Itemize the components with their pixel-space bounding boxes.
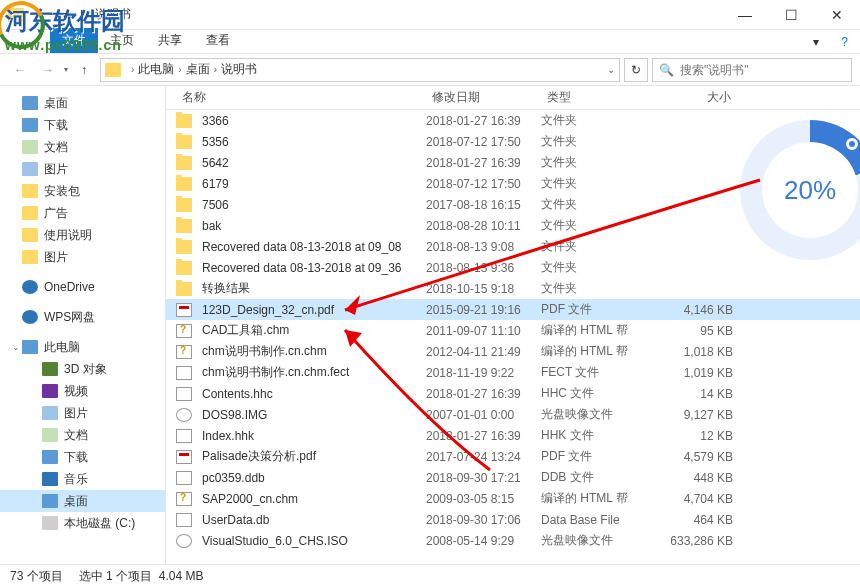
- tree-item[interactable]: 下载: [0, 114, 165, 136]
- doc-icon: [22, 140, 38, 154]
- back-button[interactable]: ←: [8, 58, 32, 82]
- file-date: 2018-07-12 17:50: [426, 177, 541, 191]
- file-name: pc0359.ddb: [202, 471, 426, 485]
- file-date: 2018-09-30 17:21: [426, 471, 541, 485]
- file-size: 95 KB: [651, 324, 753, 338]
- tree-label: 此电脑: [44, 339, 80, 356]
- file-row[interactable]: UserData.db2018-09-30 17:06Data Base Fil…: [166, 509, 860, 530]
- tree-item[interactable]: 图片: [0, 158, 165, 180]
- tree-item[interactable]: 音乐: [0, 468, 165, 490]
- ribbon-tab-view[interactable]: 查看: [194, 28, 242, 53]
- file-name: SAP2000_cn.chm: [202, 492, 426, 506]
- file-row[interactable]: SAP2000_cn.chm2009-03-05 8:15编译的 HTML 帮4…: [166, 488, 860, 509]
- file-size: 1,018 KB: [651, 345, 753, 359]
- file-type: 文件夹: [541, 154, 651, 171]
- chevron-right-icon[interactable]: ›: [131, 64, 134, 75]
- file-date: 2008-05-14 9:29: [426, 534, 541, 548]
- file-type: PDF 文件: [541, 448, 651, 465]
- file-type: FECT 文件: [541, 364, 651, 381]
- expand-icon[interactable]: ⌄: [12, 342, 22, 352]
- file-row[interactable]: pc0359.ddb2018-09-30 17:21DDB 文件448 KB: [166, 467, 860, 488]
- tree-item[interactable]: 文档: [0, 424, 165, 446]
- file-row[interactable]: Index.hhk2018-01-27 16:39HHK 文件12 KB: [166, 425, 860, 446]
- tree-item[interactable]: 使用说明: [0, 224, 165, 246]
- folder-icon: [176, 156, 192, 170]
- tree-label: 广告: [44, 205, 68, 222]
- tree-item[interactable]: 图片: [0, 246, 165, 268]
- up-button[interactable]: ↑: [72, 58, 96, 82]
- tree-item[interactable]: 桌面: [0, 490, 165, 512]
- tree-item[interactable]: ⌄此电脑: [0, 336, 165, 358]
- chm-icon: [176, 492, 192, 506]
- forward-button[interactable]: →: [36, 58, 60, 82]
- pdf-icon: [176, 450, 192, 464]
- file-date: 2012-04-11 21:49: [426, 345, 541, 359]
- tree-label: 安装包: [44, 183, 80, 200]
- file-row[interactable]: chm说明书制作.cn.chm.fect2018-11-19 9:22FECT …: [166, 362, 860, 383]
- search-input[interactable]: [680, 63, 845, 77]
- column-headers: 名称 修改日期 类型 大小: [166, 86, 860, 110]
- column-size[interactable]: 大小: [651, 89, 751, 106]
- breadcrumb-item[interactable]: 桌面: [186, 61, 210, 78]
- breadcrumb-root[interactable]: 此电脑: [138, 61, 174, 78]
- pic-icon: [22, 162, 38, 176]
- file-date: 2011-09-07 11:10: [426, 324, 541, 338]
- navigation-pane[interactable]: 桌面下载文档图片安装包广告使用说明图片OneDriveWPS网盘⌄此电脑3D 对…: [0, 86, 166, 564]
- file-row[interactable]: Palisade决策分析.pdf2017-07-24 13:24PDF 文件4,…: [166, 446, 860, 467]
- desktop-icon: [42, 494, 58, 508]
- tree-item[interactable]: 广告: [0, 202, 165, 224]
- file-row[interactable]: CAD工具箱.chm2011-09-07 11:10编译的 HTML 帮95 K…: [166, 320, 860, 341]
- tree-item[interactable]: 文档: [0, 136, 165, 158]
- tree-item[interactable]: 下载: [0, 446, 165, 468]
- refresh-button[interactable]: ↻: [624, 58, 648, 82]
- chevron-right-icon[interactable]: ›: [178, 64, 181, 75]
- history-dropdown-icon[interactable]: ▾: [64, 65, 68, 74]
- obj3d-icon: [42, 362, 58, 376]
- file-date: 2018-08-13 9:36: [426, 261, 541, 275]
- tree-item[interactable]: 3D 对象: [0, 358, 165, 380]
- tree-label: 下载: [44, 117, 68, 134]
- minimize-button[interactable]: —: [722, 0, 768, 30]
- iso-icon: [176, 408, 192, 422]
- tree-item[interactable]: 桌面: [0, 92, 165, 114]
- address-dropdown-icon[interactable]: ⌄: [607, 64, 615, 75]
- file-row[interactable]: VisualStudio_6.0_CHS.ISO2008-05-14 9:29光…: [166, 530, 860, 551]
- ribbon-tab-share[interactable]: 共享: [146, 28, 194, 53]
- tree-label: 下载: [64, 449, 88, 466]
- chevron-right-icon[interactable]: ›: [214, 64, 217, 75]
- tree-item[interactable]: 本地磁盘 (C:): [0, 512, 165, 534]
- file-row[interactable]: Contents.hhc2018-01-27 16:39HHC 文件14 KB: [166, 383, 860, 404]
- close-button[interactable]: ✕: [814, 0, 860, 30]
- tree-item[interactable]: 安装包: [0, 180, 165, 202]
- tree-item[interactable]: OneDrive: [0, 276, 165, 298]
- ribbon-help-icon[interactable]: ?: [829, 31, 860, 53]
- column-type[interactable]: 类型: [541, 89, 651, 106]
- file-row[interactable]: 转换结果2018-10-15 9:18文件夹: [166, 278, 860, 299]
- file-size: 14 KB: [651, 387, 753, 401]
- file-name: Index.hhk: [202, 429, 426, 443]
- address-bar[interactable]: › 此电脑 › 桌面 › 说明书 ⌄: [100, 58, 620, 82]
- file-name: chm说明书制作.cn.chm.fect: [202, 364, 426, 381]
- tree-item[interactable]: 视频: [0, 380, 165, 402]
- tree-item[interactable]: 图片: [0, 402, 165, 424]
- folder-icon: [22, 184, 38, 198]
- folder-icon: [176, 219, 192, 233]
- file-row[interactable]: DOS98.IMG2007-01-01 0:00光盘映像文件9,127 KB: [166, 404, 860, 425]
- file-size: 4,704 KB: [651, 492, 753, 506]
- column-name[interactable]: 名称: [176, 89, 426, 106]
- file-name: chm说明书制作.cn.chm: [202, 343, 426, 360]
- tree-item[interactable]: WPS网盘: [0, 306, 165, 328]
- file-type: 光盘映像文件: [541, 406, 651, 423]
- file-row[interactable]: chm说明书制作.cn.chm2012-04-11 21:49编译的 HTML …: [166, 341, 860, 362]
- pdf-icon: [176, 303, 192, 317]
- file-name: 123D_Design_32_cn.pdf: [202, 303, 426, 317]
- column-date[interactable]: 修改日期: [426, 89, 541, 106]
- file-row[interactable]: 123D_Design_32_cn.pdf2015-09-21 19:16PDF…: [166, 299, 860, 320]
- search-box[interactable]: 🔍: [652, 58, 852, 82]
- folder-icon: [22, 228, 38, 242]
- ribbon-expand-icon[interactable]: ▾: [803, 31, 829, 53]
- breadcrumb-item[interactable]: 说明书: [221, 61, 257, 78]
- maximize-button[interactable]: ☐: [768, 0, 814, 30]
- folder-icon: [176, 198, 192, 212]
- file-row[interactable]: Recovered data 08-13-2018 at 09_362018-0…: [166, 257, 860, 278]
